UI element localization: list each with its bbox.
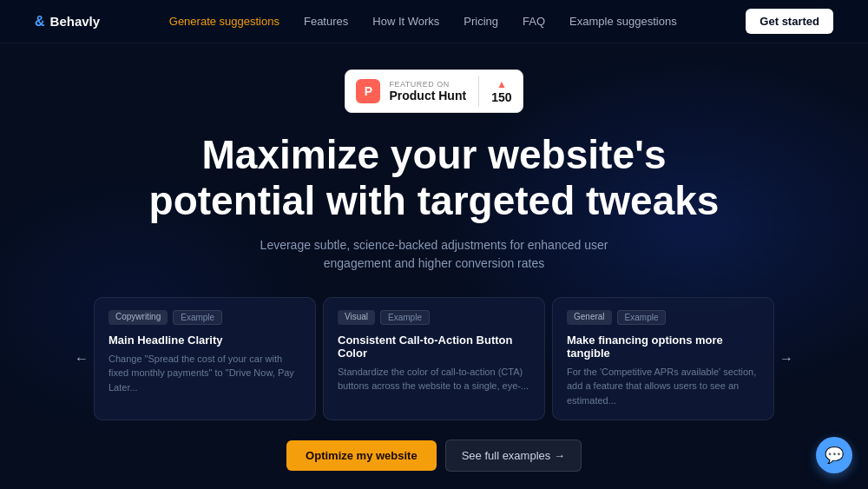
hero-heading: Maximize your website's potential with t…	[139, 132, 729, 224]
nav-links: Generate suggestions Features How It Wor…	[169, 15, 677, 28]
navbar: & Behavly Generate suggestions Features …	[0, 0, 868, 43]
product-hunt-name: Product Hunt	[389, 89, 466, 103]
hero-subtext: Leverage subtle, science-backed adjustme…	[226, 236, 642, 273]
logo-icon: &	[35, 14, 45, 30]
next-arrow[interactable]: →	[774, 347, 799, 371]
card-2-desc: For the 'Competitive APRs available' sec…	[567, 365, 760, 408]
card-0-desc: Change "Spread the cost of your car with…	[108, 352, 301, 395]
cards-row: ← Copywriting Example Main Headline Clar…	[69, 297, 799, 421]
get-started-button[interactable]: Get started	[746, 9, 833, 34]
product-hunt-badge[interactable]: P FEATURED ON Product Hunt ▲ 150	[345, 69, 523, 113]
cta-row: Optimize my website See full examples →	[286, 439, 582, 472]
product-hunt-featured-label: FEATURED ON	[389, 80, 466, 89]
product-hunt-icon: P	[356, 79, 380, 103]
card-1-tags: Visual Example	[338, 310, 530, 325]
card-2-tag: Example	[617, 310, 667, 325]
nav-link-features[interactable]: Features	[304, 15, 348, 28]
card-2-category: General	[567, 310, 612, 325]
card-1-title: Consistent Call-to-Action Button Color	[338, 334, 530, 360]
card-0: Copywriting Example Main Headline Clarit…	[94, 297, 316, 421]
card-0-tags: Copywriting Example	[108, 310, 301, 325]
logo-text: Behavly	[50, 14, 101, 29]
cards-container: Copywriting Example Main Headline Clarit…	[94, 297, 774, 421]
nav-link-pricing[interactable]: Pricing	[464, 15, 498, 28]
product-hunt-arrow: ▲	[496, 78, 507, 90]
card-2: General Example Make financing options m…	[552, 297, 774, 421]
logo[interactable]: & Behavly	[35, 14, 100, 30]
chat-bubble-button[interactable]: 💬	[816, 437, 852, 473]
nav-link-generate[interactable]: Generate suggestions	[169, 15, 279, 28]
optimize-button[interactable]: Optimize my website	[286, 440, 437, 471]
card-0-category: Copywriting	[108, 310, 168, 325]
see-examples-button[interactable]: See full examples →	[445, 439, 582, 472]
product-hunt-count: 150	[491, 90, 511, 104]
product-hunt-divider	[478, 76, 479, 107]
card-2-title: Make financing options more tangible	[567, 334, 760, 360]
card-0-tag: Example	[173, 310, 222, 325]
prev-arrow[interactable]: ←	[69, 347, 94, 371]
nav-link-examples[interactable]: Example suggestions	[569, 15, 677, 28]
card-1-category: Visual	[338, 310, 375, 325]
product-hunt-text: FEATURED ON Product Hunt	[389, 80, 466, 103]
card-2-tags: General Example	[567, 310, 760, 325]
product-hunt-count-block: ▲ 150	[491, 78, 511, 104]
card-0-title: Main Headline Clarity	[108, 334, 301, 347]
nav-link-faq[interactable]: FAQ	[523, 15, 545, 28]
card-1: Visual Example Consistent Call-to-Action…	[323, 297, 545, 421]
card-1-tag: Example	[380, 310, 430, 325]
card-1-desc: Standardize the color of call-to-action …	[338, 365, 530, 393]
nav-link-how-it-works[interactable]: How It Works	[372, 15, 439, 28]
chat-icon: 💬	[825, 446, 844, 465]
main-content: P FEATURED ON Product Hunt ▲ 150 Maximiz…	[0, 43, 868, 472]
